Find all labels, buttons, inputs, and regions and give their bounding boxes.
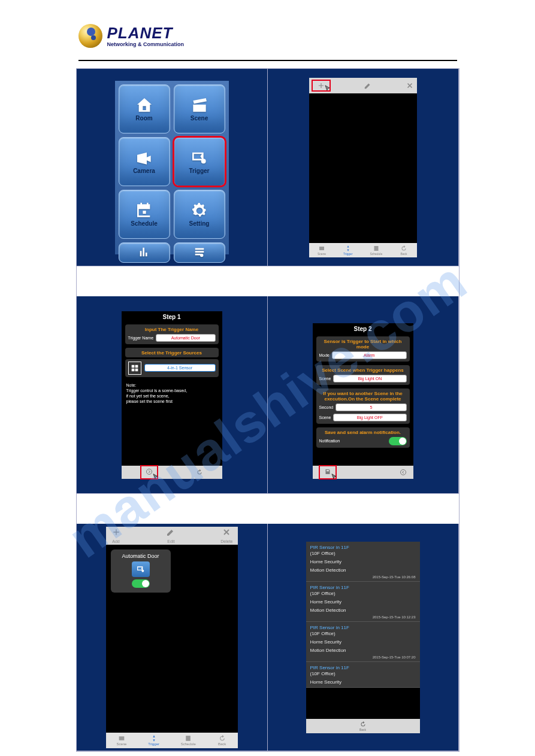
step2-title: Step 2	[313, 323, 413, 335]
tile-label: Schedule	[131, 220, 157, 227]
cell-step2: Step 2 Sensor is Trigger to Start in whi…	[268, 296, 459, 494]
bottom-nav: Scene Trigger Schedule Back	[309, 243, 417, 257]
scene2-label: Scene	[319, 415, 331, 420]
gear-icon	[189, 201, 210, 220]
log-item[interactable]: PIR Sensor in 11F (10F Office) Home Secu…	[306, 662, 420, 688]
pencil-icon	[363, 81, 373, 90]
trigger-toggle[interactable]	[132, 579, 150, 588]
scene2-select[interactable]: Big Light OFF	[333, 414, 406, 421]
cursor-icon	[330, 473, 338, 481]
save-button[interactable]	[319, 465, 337, 479]
camera-icon	[134, 148, 155, 168]
panel-title: Select Scene when Trigger happens	[319, 368, 407, 373]
phone-step1: Step 1 Input The Trigger Name Trigger Na…	[122, 311, 222, 479]
nav-schedule[interactable]: Schedule	[181, 734, 196, 746]
back-icon	[217, 734, 227, 742]
delete-button[interactable]	[405, 81, 415, 90]
second-input[interactable]: 5	[335, 403, 406, 411]
log-list[interactable]: PIR Sensor in 11F (10F Office) Home Secu…	[306, 542, 420, 719]
panel-notify: Save and send alarm notification. Notifi…	[316, 427, 410, 448]
tile-trigger[interactable]: Trigger	[174, 137, 225, 186]
trigger-card-name: Automatic Door	[122, 553, 159, 559]
cursor-icon	[152, 473, 160, 481]
panel-title: Input The Trigger Name	[128, 327, 216, 332]
bottom-bar: Back	[306, 719, 420, 733]
phone-step2: Step 2 Sensor is Trigger to Start in whi…	[313, 323, 413, 479]
prev-button[interactable]	[399, 469, 407, 476]
tile-schedule[interactable]: Schedule	[119, 190, 170, 239]
notification-toggle[interactable]	[389, 437, 407, 445]
next-button[interactable]	[140, 465, 158, 479]
nav-schedule[interactable]: Schedule	[370, 245, 382, 256]
source-button[interactable]: 4-in-1 Sensor	[144, 364, 216, 372]
mode-label: Mode	[319, 353, 330, 357]
tile-partial-1[interactable]	[119, 242, 170, 263]
trigger-icon	[132, 561, 150, 577]
log-item[interactable]: PIR Sensor in 11F (10F Office) Home Secu…	[306, 542, 420, 582]
brand-tagline: Networking & Communication	[107, 42, 185, 47]
tile-room[interactable]: Room	[119, 84, 170, 133]
tile-setting[interactable]: Setting	[174, 190, 225, 239]
panel-title: If you want to another Scene in the exec…	[319, 391, 407, 402]
nav-back[interactable]: Back	[400, 245, 408, 256]
close-icon	[221, 527, 232, 537]
trigger-icon	[189, 148, 210, 168]
header-rule	[78, 60, 457, 61]
panel-scene1: Select Scene when Trigger happens Scene …	[316, 365, 410, 385]
tile-partial-2[interactable]	[174, 242, 225, 263]
mode-select[interactable]: Alarm	[332, 351, 406, 359]
panel-trigger-source: Select the Trigger Sources	[125, 348, 219, 357]
cursor-icon	[324, 84, 332, 93]
tile-label: Setting	[189, 220, 210, 227]
panel-trigger-name: Input The Trigger Name Trigger Name Auto…	[125, 324, 219, 344]
schedule-icon	[372, 245, 380, 252]
pencil-icon	[165, 527, 176, 537]
second-label: Second	[319, 405, 334, 409]
nav-scene[interactable]: Scene	[116, 734, 126, 746]
sensor-icon	[128, 362, 141, 375]
nav-back[interactable]: Back	[217, 734, 227, 746]
list-icon	[189, 245, 210, 259]
scene-select[interactable]: Big Light ON	[333, 375, 406, 382]
plus-icon	[111, 527, 122, 537]
nav-trigger[interactable]: Trigger	[343, 245, 353, 256]
step1-title: Step 1	[122, 311, 222, 323]
cell-add: Scene Trigger Schedule Back	[268, 69, 459, 266]
log-item[interactable]: PIR Sensor in 11F (10F Office) Home Secu…	[306, 622, 420, 662]
trigger-icon	[149, 734, 159, 742]
nav-trigger[interactable]: Trigger	[148, 734, 159, 746]
brand-name: PLANET	[107, 25, 185, 41]
globe-icon	[78, 24, 102, 48]
log-item[interactable]: PIR Sensor in 11F (10F Office) Home Secu…	[306, 582, 420, 622]
edit-button[interactable]	[363, 81, 373, 90]
delete-button[interactable]: Delete	[220, 527, 232, 544]
screenshots-grid: Room Scene Camera Trigger	[76, 68, 460, 752]
panel-scene2: If you want to another Scene in the exec…	[316, 388, 410, 424]
tile-scene[interactable]: Scene	[174, 84, 225, 133]
brand-logo: PLANET Networking & Communication	[78, 24, 457, 48]
back-icon[interactable]	[358, 721, 368, 728]
chart-icon	[134, 245, 155, 259]
step1-bottom-bar	[122, 466, 222, 479]
add-button[interactable]: Add	[111, 527, 122, 544]
trigger-card[interactable]: Automatic Door	[111, 549, 171, 593]
panel-title: Sensor is Trigger to Start in which mode	[319, 339, 407, 350]
trigger-name-input[interactable]: Automatic Door	[156, 334, 215, 342]
add-button[interactable]	[312, 80, 331, 92]
edit-button[interactable]: Edit	[165, 527, 176, 544]
tile-label: Room	[135, 115, 152, 122]
bottom-nav: Scene Trigger Schedule Back	[106, 733, 238, 748]
svg-point-1	[400, 469, 406, 475]
tile-camera[interactable]: Camera	[119, 137, 170, 186]
phone-main-menu: Room Scene Camera Trigger	[115, 81, 229, 254]
phone-add: Scene Trigger Schedule Back	[309, 78, 417, 257]
cell-log: PIR Sensor in 11F (10F Office) Home Secu…	[268, 524, 459, 751]
nav-scene[interactable]: Scene	[318, 245, 326, 256]
schedule-icon	[183, 734, 193, 742]
notification-label: Notification	[319, 439, 340, 443]
toolbar: Add Edit Delete	[106, 527, 238, 545]
scene-label: Scene	[319, 377, 331, 381]
scene-icon	[117, 734, 126, 742]
close-icon	[405, 81, 415, 90]
back-icon[interactable]	[195, 469, 204, 476]
